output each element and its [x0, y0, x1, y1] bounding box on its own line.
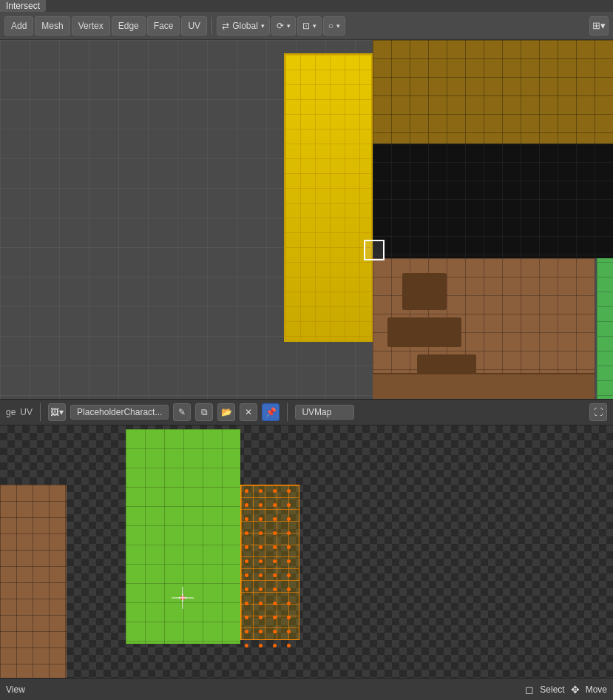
uv-dot — [259, 531, 263, 535]
uv-brown-grid — [0, 485, 67, 678]
fullscreen-btn[interactable]: ⛶ — [589, 403, 607, 421]
snap-dropdown[interactable]: ⊡ ▾ — [297, 16, 322, 36]
edge-button[interactable]: Edge — [112, 16, 146, 36]
uv-dot — [245, 630, 248, 633]
toolbar-sep-1 — [211, 17, 212, 35]
viewport-3d[interactable] — [0, 40, 613, 399]
uv-dot — [287, 573, 291, 577]
uv-dot — [273, 630, 277, 633]
snap-chevron: ▾ — [313, 22, 316, 30]
copy-btn[interactable]: ⧉ — [195, 403, 213, 421]
dot-row-5 — [245, 545, 291, 549]
proportional-icon: ○ — [328, 21, 333, 31]
dot-row-2 — [245, 503, 291, 507]
uv-dot — [273, 559, 277, 563]
face-button[interactable]: Face — [147, 16, 180, 36]
uv-cursor — [172, 587, 194, 609]
uv-dot — [273, 573, 277, 577]
uv-dot — [259, 588, 263, 591]
transform-label: Global — [232, 21, 258, 31]
move-icon: ✥ — [571, 684, 580, 696]
uv-checkerboard — [0, 425, 613, 678]
uv-dot — [259, 559, 263, 563]
uv-editor[interactable] — [0, 425, 613, 678]
uv-dot — [259, 545, 263, 549]
uv-dot — [245, 503, 248, 507]
uv-label: UV — [20, 407, 33, 417]
proportional-dropdown[interactable]: ○ ▾ — [323, 16, 345, 36]
uv-dot — [287, 503, 291, 507]
face-spot-1 — [402, 273, 447, 310]
uv-dot — [273, 644, 277, 647]
uv-dot — [245, 517, 248, 521]
dot-row-3 — [245, 517, 291, 521]
uv-dot — [273, 602, 277, 605]
uv-dot — [259, 503, 263, 507]
cursor-svg — [172, 587, 194, 609]
brown-bottom-bar — [373, 373, 595, 399]
dot-row-6 — [245, 559, 291, 563]
image-viewer-btn[interactable]: 🖼 ▾ — [48, 403, 66, 421]
top-toolbar: Add Mesh Vertex Edge Face UV ⇄ Global ▾ … — [0, 12, 613, 40]
image-viewer-chevron: ▾ — [59, 407, 64, 417]
uv-dot — [273, 588, 277, 591]
svg-point-2 — [180, 596, 185, 600]
uv-dot — [273, 517, 277, 521]
uv-button[interactable]: UV — [181, 16, 207, 36]
add-button[interactable]: Add — [4, 16, 33, 36]
status-bar: View ◻ Select ✥ Move — [0, 678, 613, 700]
uv-dot — [287, 531, 291, 535]
yellow-panel — [284, 53, 373, 342]
uv-dot — [245, 531, 248, 535]
uv-dot — [245, 489, 248, 493]
mesh-button[interactable]: Mesh — [35, 16, 70, 36]
overlay-icon: ⊞ — [592, 20, 600, 31]
uv-dot — [259, 602, 263, 605]
face-spot-2 — [387, 317, 461, 347]
uv-dot — [245, 616, 248, 619]
overlay-button[interactable]: ⊞ ▾ — [589, 16, 609, 36]
div-sep-2 — [287, 403, 288, 421]
folder-btn[interactable]: 📂 — [217, 403, 235, 421]
black-middle-panel — [373, 144, 613, 258]
transform-dropdown[interactable]: ⇄ Global ▾ — [217, 16, 270, 36]
overlay-chevron: ▾ — [600, 20, 606, 31]
dot-row-8 — [245, 588, 291, 591]
uv-dot — [245, 545, 248, 549]
black-grid — [373, 144, 613, 258]
pivot-icon: ⟳ — [277, 21, 284, 31]
dot-row-4 — [245, 531, 291, 535]
uv-dot — [245, 559, 248, 563]
dot-row-10 — [245, 616, 291, 619]
pivot-chevron: ▾ — [287, 22, 291, 30]
uv-dot — [287, 588, 291, 591]
dot-row-7 — [245, 573, 291, 577]
brown-top-panel — [373, 40, 613, 144]
uv-dot — [245, 602, 248, 605]
dot-row-1 — [245, 489, 291, 493]
vertex-button[interactable]: Vertex — [72, 16, 110, 36]
uv-dot — [287, 644, 291, 647]
div-sep-1 — [40, 403, 41, 421]
uv-dot — [259, 616, 263, 619]
uv-dot — [287, 489, 291, 493]
uv-dot — [287, 545, 291, 549]
uv-dot — [245, 573, 248, 577]
uv-dot — [259, 644, 263, 647]
uv-dot — [287, 602, 291, 605]
pin-btn[interactable]: 📌 — [262, 403, 280, 421]
brown-top-grid — [373, 40, 613, 144]
close-btn[interactable]: ✕ — [240, 403, 257, 421]
toolbar-right: ⊞ ▾ — [589, 16, 609, 36]
pencil-btn[interactable]: ✎ — [173, 403, 191, 421]
uv-green-body — [126, 429, 240, 644]
uv-dot — [273, 503, 277, 507]
transform-icon: ⇄ — [222, 21, 229, 31]
uv-dot — [259, 630, 263, 633]
pivot-dropdown[interactable]: ⟳ ▾ — [271, 16, 296, 36]
transform-chevron: ▾ — [261, 22, 265, 30]
uv-dot — [287, 630, 291, 633]
uv-green-grid — [126, 429, 240, 644]
uv-dot — [259, 517, 263, 521]
dot-row-12 — [245, 644, 291, 647]
